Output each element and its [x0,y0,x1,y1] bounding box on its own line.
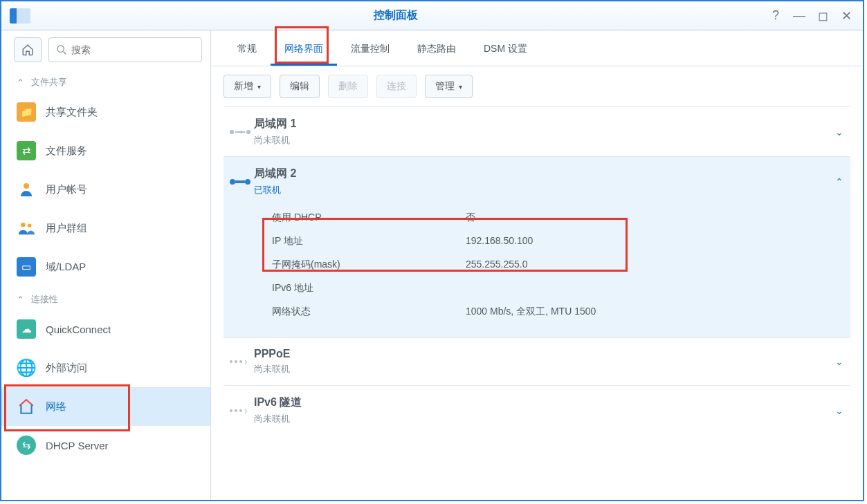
sidebar-item-label: 用户帐号 [46,183,87,196]
svg-point-3 [28,224,32,228]
idcard-icon: ▭ [17,257,36,277]
sidebar-item-label: 外部访问 [46,362,87,375]
svg-point-0 [57,46,64,52]
iface-status: 尚未联机 [254,363,835,375]
btn-label: 新增 [234,80,253,93]
sidebar-item-label: 用户群组 [46,222,87,235]
iface-ipv6-tunnel: › IPv6 隧道 尚未联机 ⌄ [223,385,850,435]
section-label: 文件共享 [31,76,67,88]
chevron-down-icon: ▾ [257,83,261,91]
user-icon [17,180,36,199]
dhcp-icon: ⇆ [17,436,36,455]
sidebar-item-domain-ldap[interactable]: ▭ 域/LDAP [1,248,210,286]
iface-status: 尚未联机 [254,413,835,425]
toolbar: 新增▾ 编辑 删除 连接 管理▾ [211,66,863,106]
iface-name: PPPoE [254,348,835,360]
window-title: 控制面板 [30,8,760,23]
chevron-down-icon: ⌄ [835,405,843,416]
manage-button[interactable]: 管理▾ [425,75,473,98]
network-icon [17,397,36,416]
sidebar-item-label: 共享文件夹 [46,106,98,119]
chevron-down-icon: ▾ [459,83,462,91]
svg-point-1 [24,183,29,189]
iface-details: 使用 DHCP否 IP 地址192.168.50.100 子网掩码(mask)2… [223,206,850,337]
detail-key: 使用 DHCP [272,212,466,224]
sidebar-item-external-access[interactable]: 🌐 外部访问 [1,348,210,387]
connected-icon [226,177,254,187]
app-logo-icon [10,8,30,24]
sidebar-item-label: 网络 [46,400,66,413]
group-icon [17,218,36,238]
iface-status: 尚未联机 [254,134,835,147]
titlebar: 控制面板 ? — ◻ ✕ [1,1,863,30]
iface-status: 已联机 [254,184,835,196]
file-service-icon: ⇄ [17,141,36,160]
detail-val: 否 [466,212,475,224]
search-input[interactable] [71,44,194,55]
chevron-up-icon: ⌃ [17,77,24,88]
edit-button[interactable]: 编辑 [280,75,320,98]
sidebar-item-label: QuickConnect [46,324,111,335]
btn-label: 管理 [435,80,455,93]
folder-icon: 📁 [17,102,36,122]
detail-row: 子网掩码(mask)255.255.255.0 [272,253,843,277]
detail-val: 192.168.50.100 [466,235,533,248]
chevron-down-icon: ⌄ [835,127,843,138]
sidebar-item-file-services[interactable]: ⇄ 文件服务 [1,131,210,170]
detail-key: 网络状态 [272,306,466,318]
iface-row-toggle[interactable]: 局域网 1 尚未联机 ⌄ [223,107,850,156]
detail-row: 网络状态1000 Mb/s, 全双工, MTU 1500 [272,300,843,324]
tab-static-route[interactable]: 静态路由 [403,33,470,66]
cloud-icon: ☁ [17,319,36,339]
maximize-button[interactable]: ◻ [814,8,831,24]
search-icon [56,44,67,55]
tab-general[interactable]: 常规 [223,33,271,66]
sidebar-item-group[interactable]: 用户群组 [1,209,210,248]
detail-val: 255.255.255.0 [466,259,528,271]
tab-traffic-control[interactable]: 流量控制 [337,33,403,66]
iface-row-toggle[interactable]: 局域网 2 已联机 ⌃ [223,157,850,206]
connect-button: 连接 [376,75,417,98]
sidebar-item-shared-folder[interactable]: 📁 共享文件夹 [1,93,210,131]
tab-bar: 常规 网络界面 流量控制 静态路由 DSM 设置 [211,30,863,66]
sidebar-item-label: 文件服务 [46,144,87,158]
pppoe-icon: › [226,356,254,367]
section-label: 连接性 [31,293,58,306]
search-input-wrap[interactable] [48,37,202,62]
detail-key: IPv6 地址 [272,282,466,295]
detail-row: IP 地址192.168.50.100 [272,230,843,253]
delete-button: 删除 [328,75,368,98]
iface-row-toggle[interactable]: › PPPoE 尚未联机 ⌄ [223,338,850,385]
section-toggle-connectivity[interactable]: ⌃ 连接性 [1,286,210,310]
sidebar: ⌃ 文件共享 📁 共享文件夹 ⇄ 文件服务 用户帐号 用 [1,30,211,500]
section-toggle-fileshare[interactable]: ⌃ 文件共享 [1,69,210,93]
iface-lan2: 局域网 2 已联机 ⌃ 使用 DHCP否 IP 地址192.168.50.100… [223,156,850,337]
home-icon [21,44,34,56]
close-button[interactable]: ✕ [838,8,855,24]
sidebar-item-user[interactable]: 用户帐号 [1,170,210,209]
svg-point-2 [21,223,26,227]
add-button[interactable]: 新增▾ [223,75,271,98]
iface-name: IPv6 隧道 [254,395,835,410]
iface-name: 局域网 1 [254,117,835,131]
detail-row: 使用 DHCP否 [272,206,843,230]
sidebar-item-label: DHCP Server [46,440,109,451]
help-button[interactable]: ? [767,8,784,24]
minimize-button[interactable]: — [791,8,807,24]
home-button[interactable] [14,37,42,62]
chevron-up-icon: ⌃ [835,176,843,187]
iface-name: 局域网 2 [254,167,835,181]
disconnected-icon [226,127,254,137]
iface-lan1: 局域网 1 尚未联机 ⌄ [223,106,850,156]
tab-dsm-settings[interactable]: DSM 设置 [470,33,541,66]
detail-val: 1000 Mb/s, 全双工, MTU 1500 [466,306,596,318]
tab-network-interface[interactable]: 网络界面 [271,33,337,66]
iface-pppoe: › PPPoE 尚未联机 ⌄ [223,337,850,385]
sidebar-item-quickconnect[interactable]: ☁ QuickConnect [1,310,210,348]
sidebar-item-network[interactable]: 网络 [1,387,210,426]
detail-row: IPv6 地址 [272,277,843,300]
chevron-down-icon: ⌄ [835,356,843,367]
iface-row-toggle[interactable]: › IPv6 隧道 尚未联机 ⌄ [223,386,850,435]
detail-key: 子网掩码(mask) [272,259,466,271]
sidebar-item-dhcp-server[interactable]: ⇆ DHCP Server [1,426,210,465]
